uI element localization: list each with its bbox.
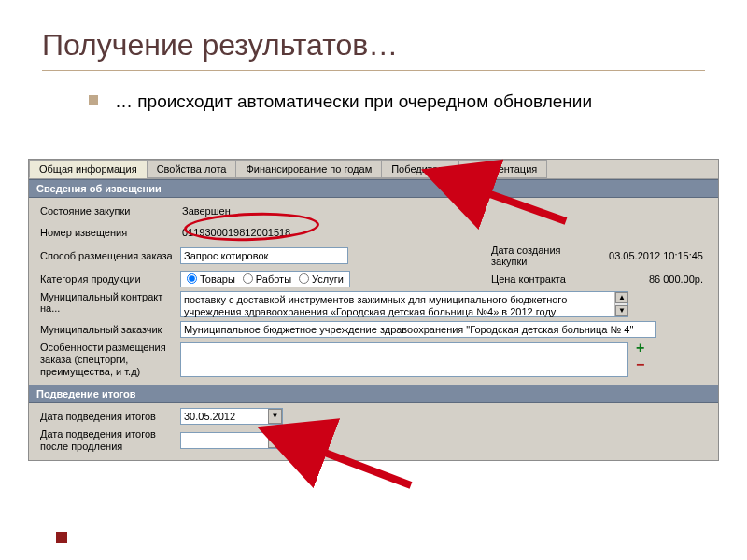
label-features: Особенности размещения заказа (спецторги… — [40, 342, 180, 379]
label-category: Категория продукции — [40, 273, 180, 285]
bullet-item: … происходит автоматически при очередном… — [89, 90, 705, 114]
label-result-date: Дата подведения итогов — [40, 411, 180, 422]
label-method: Способ размещения заказа — [40, 250, 180, 261]
scroll-down-icon[interactable]: ▼ — [615, 305, 628, 316]
app-window: Общая информация Свойства лота Финансиро… — [28, 159, 719, 461]
label-customer: Муниципальный заказчик — [40, 324, 180, 335]
radio-goods[interactable]: Товары — [187, 273, 235, 285]
value-notice-number: 0119300019812001518 — [180, 227, 290, 238]
label-result-date-ext: Дата подведения итогов после продления — [40, 428, 180, 453]
tab-general-info[interactable]: Общая информация — [29, 160, 148, 178]
scrollbar[interactable]: ▲ ▼ — [614, 292, 627, 316]
footer-marker — [56, 532, 67, 543]
tab-winners[interactable]: Победители — [381, 160, 459, 178]
label-contract-for: Муниципальный контракт на... — [40, 291, 180, 314]
label-status: Состояние закупки — [40, 205, 180, 217]
label-contract-price: Цена контракта — [491, 273, 580, 285]
tab-financing-by-year[interactable]: Финансирование по годам — [235, 160, 382, 178]
radio-services[interactable]: Услуги — [299, 273, 344, 285]
slide-title: Получение результатов… — [42, 28, 705, 71]
tab-documentation[interactable]: Документация — [458, 160, 547, 178]
remove-button[interactable]: − — [636, 358, 644, 371]
input-customer[interactable] — [180, 321, 656, 338]
label-notice-number: Номер извещения — [40, 227, 180, 238]
tab-lot-properties[interactable]: Свойства лота — [147, 160, 237, 178]
section-results: Подведение итогов — [29, 385, 718, 403]
add-button[interactable]: + — [636, 342, 644, 355]
value-contract-price: 86 000.00р. — [591, 273, 703, 285]
radio-works[interactable]: Работы — [243, 273, 291, 285]
value-status: Завершен — [180, 205, 231, 217]
value-create-date: 03.05.2012 10:15:45 — [591, 250, 703, 261]
section-notice-info: Сведения об извещении — [29, 179, 718, 198]
input-method[interactable] — [180, 247, 348, 264]
scroll-up-icon[interactable]: ▲ — [615, 292, 628, 303]
dropdown-icon[interactable]: ▼ — [268, 433, 282, 448]
bullet-marker — [89, 95, 98, 105]
dropdown-icon[interactable]: ▼ — [268, 409, 282, 424]
date-input-result-ext[interactable]: ▼ — [180, 432, 283, 449]
bullet-text: … происходит автоматически при очередном… — [115, 90, 592, 114]
date-input-result[interactable]: 30.05.2012 ▼ — [180, 408, 283, 425]
textarea-contract-desc[interactable]: поставку с доставкой инструментов зажимн… — [180, 291, 628, 317]
label-create-date: Дата создания закупки — [491, 245, 580, 267]
listbox-features[interactable] — [180, 342, 628, 377]
radio-group-category: Товары Работы Услуги — [180, 271, 350, 287]
tab-bar: Общая информация Свойства лота Финансиро… — [29, 160, 718, 179]
